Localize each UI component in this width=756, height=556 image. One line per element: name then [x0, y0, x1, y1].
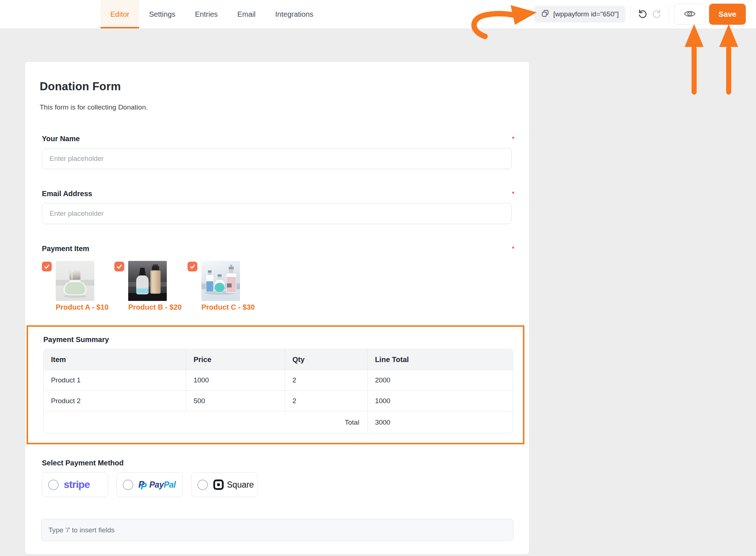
- shortcode-copy-chip[interactable]: [wppayform id="650"]: [534, 6, 625, 23]
- tab-editor[interactable]: Editor: [101, 0, 139, 28]
- required-asterisk: *: [512, 245, 515, 252]
- eye-icon: [684, 9, 696, 19]
- form-title: Donation Form: [40, 80, 515, 93]
- paypal-monogram-icon: P P: [138, 479, 148, 491]
- undo-icon: [637, 8, 648, 20]
- cell-item: Product 1: [44, 370, 186, 391]
- field-label: Your Name: [42, 135, 80, 143]
- field-payment-item: Payment Item *: [40, 245, 515, 311]
- cell-price: 500: [186, 391, 285, 412]
- payment-method-paypal[interactable]: P P PayPal: [117, 472, 183, 497]
- redo-button[interactable]: [650, 7, 664, 22]
- top-toolbar: Editor Settings Entries Email Integratio…: [0, 0, 756, 28]
- product-b-image: [128, 261, 167, 301]
- form-description: This form is for collecting Donation.: [40, 103, 515, 111]
- tab-entries[interactable]: Entries: [185, 0, 228, 28]
- payment-method-square[interactable]: Square: [191, 472, 257, 497]
- product-option-a[interactable]: Product A - $10: [42, 261, 109, 311]
- required-asterisk: *: [512, 135, 515, 142]
- checkbox-checked-icon[interactable]: [42, 262, 52, 271]
- product-options: Product A - $10: [42, 261, 515, 311]
- paypal-logo: P P PayPal: [138, 479, 176, 491]
- email-address-input[interactable]: [42, 203, 512, 224]
- table-total-row: Total 3000: [44, 412, 513, 433]
- tab-editor-label: Editor: [110, 10, 129, 19]
- toolbar-actions: [wppayform id="650"]: [534, 0, 746, 28]
- redo-icon: [651, 8, 662, 20]
- column-header-item: Item: [44, 349, 186, 370]
- tab-settings[interactable]: Settings: [139, 0, 185, 28]
- tab-email[interactable]: Email: [228, 0, 265, 28]
- main-tabs: Editor Settings Entries Email Integratio…: [101, 0, 323, 28]
- cell-qty: 2: [285, 391, 367, 412]
- square-logo: Square: [213, 479, 254, 490]
- product-b-label: Product B - $20: [128, 303, 182, 311]
- tab-settings-label: Settings: [149, 10, 175, 19]
- tab-email-label: Email: [237, 10, 256, 19]
- cell-item: Product 2: [44, 391, 186, 412]
- copy-icon: [541, 9, 550, 20]
- radio-button[interactable]: [197, 480, 208, 490]
- table-row: Product 2 500 2 1000: [44, 391, 513, 412]
- square-logo-icon: [213, 479, 224, 490]
- radio-button[interactable]: [48, 480, 59, 490]
- tab-integrations-label: Integrations: [275, 10, 314, 19]
- product-c-image: [201, 261, 240, 301]
- preview-button[interactable]: [674, 4, 705, 25]
- up-arrow-to-save: [719, 24, 738, 95]
- insert-fields-input[interactable]: [41, 519, 513, 541]
- checkbox-checked-icon[interactable]: [188, 262, 197, 271]
- divider: [630, 6, 631, 23]
- svg-text:P: P: [141, 481, 147, 491]
- column-header-price: Price: [186, 349, 285, 370]
- table-row: Product 1 1000 2 2000: [44, 370, 513, 391]
- product-option-b[interactable]: Product B - $20: [114, 261, 182, 311]
- up-arrow-to-preview: [685, 24, 704, 95]
- product-a-label: Product A - $10: [56, 303, 109, 311]
- payment-method-options: stripe P P PayPal Square: [42, 472, 515, 497]
- required-asterisk: *: [512, 190, 515, 197]
- checkbox-checked-icon[interactable]: [114, 262, 124, 271]
- total-label: Total: [44, 412, 367, 433]
- payment-method-label: Select Payment Method: [42, 459, 515, 467]
- cell-price: 1000: [186, 370, 285, 391]
- shortcode-text: [wppayform id="650"]: [553, 10, 619, 18]
- product-c-label: Product C - $30: [201, 303, 255, 311]
- tab-integrations[interactable]: Integrations: [265, 0, 323, 28]
- cell-qty: 2: [285, 370, 367, 391]
- payment-summary-section[interactable]: Payment Summary Item Price Qty Line Tota…: [27, 325, 524, 444]
- field-label: Payment Item: [42, 245, 89, 253]
- product-option-c[interactable]: Product C - $30: [188, 261, 255, 311]
- product-a-image: [56, 261, 94, 301]
- form-editor-card: Donation Form This form is for collectin…: [25, 62, 529, 554]
- your-name-input[interactable]: [42, 148, 512, 169]
- total-value: 3000: [367, 412, 513, 433]
- undo-button[interactable]: [636, 7, 650, 22]
- stripe-logo: stripe: [64, 479, 90, 491]
- field-your-name: Your Name *: [40, 135, 515, 169]
- payment-summary-table: Item Price Qty Line Total Product 1 1000…: [43, 349, 513, 433]
- radio-button[interactable]: [123, 480, 133, 490]
- tab-entries-label: Entries: [195, 10, 218, 19]
- cell-line-total: 2000: [367, 370, 513, 391]
- cell-line-total: 1000: [367, 391, 513, 412]
- field-email-address: Email Address *: [40, 190, 515, 224]
- field-label: Email Address: [42, 190, 92, 198]
- payment-summary-title: Payment Summary: [43, 335, 510, 344]
- column-header-qty: Qty: [285, 349, 367, 370]
- table-header-row: Item Price Qty Line Total: [44, 349, 513, 370]
- payment-method-stripe[interactable]: stripe: [42, 472, 108, 497]
- divider: [669, 6, 669, 23]
- column-header-line-total: Line Total: [367, 349, 513, 370]
- save-button[interactable]: Save: [709, 4, 746, 25]
